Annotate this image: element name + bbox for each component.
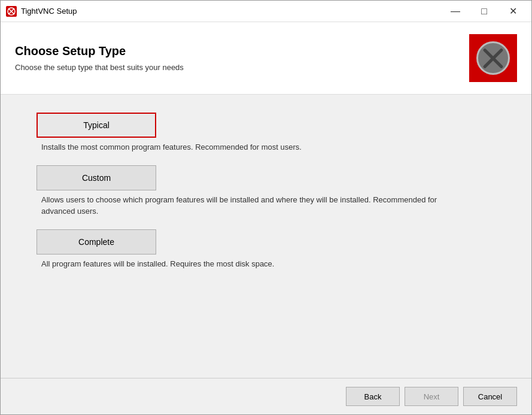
complete-option: Complete All program features will be in…	[37, 229, 495, 270]
vnc-logo-circle	[476, 41, 510, 75]
content-area: Typical Installs the most common program…	[1, 95, 531, 378]
header-text: Choose Setup Type Choose the setup type …	[15, 44, 457, 72]
brand-logo	[469, 34, 517, 82]
complete-button[interactable]: Complete	[37, 229, 156, 255]
typical-option: Typical Installs the most common program…	[37, 113, 495, 153]
page-subtitle: Choose the setup type that best suits yo…	[15, 63, 457, 72]
page-title: Choose Setup Type	[15, 44, 457, 58]
custom-button[interactable]: Custom	[37, 165, 156, 190]
complete-description: All program features will be installed. …	[41, 258, 460, 270]
typical-description: Installs the most common program feature…	[41, 141, 460, 153]
custom-description: Allows users to choose which program fea…	[41, 194, 460, 217]
custom-option: Custom Allows users to choose which prog…	[37, 165, 495, 217]
minimize-button[interactable]: —	[442, 2, 469, 20]
typical-button[interactable]: Typical	[37, 113, 156, 138]
title-bar: TightVNC Setup — □ ✕	[1, 1, 531, 22]
cancel-button[interactable]: Cancel	[463, 387, 517, 406]
close-button[interactable]: ✕	[499, 2, 527, 20]
window-title: TightVNC Setup	[21, 7, 442, 16]
header: Choose Setup Type Choose the setup type …	[1, 22, 531, 95]
setup-window: TightVNC Setup — □ ✕ Choose Setup Type C…	[0, 0, 532, 415]
window-controls: — □ ✕	[442, 2, 527, 20]
app-icon	[5, 5, 17, 17]
maximize-button[interactable]: □	[470, 2, 498, 20]
back-button[interactable]: Back	[346, 387, 400, 406]
footer: Back Next Cancel	[1, 378, 531, 414]
next-button[interactable]: Next	[405, 387, 458, 406]
